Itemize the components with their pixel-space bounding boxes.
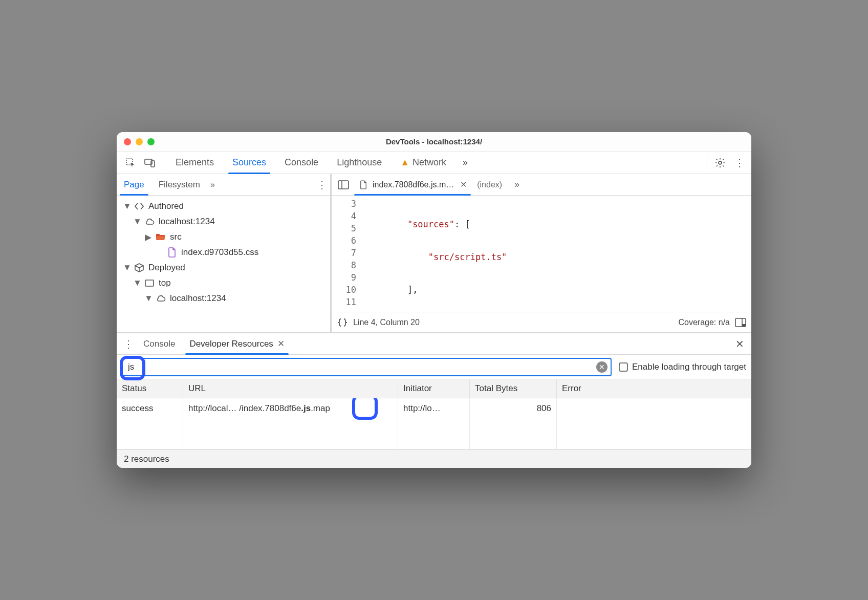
cube-icon bbox=[134, 263, 144, 273]
tree-label: localhost:1234 bbox=[159, 217, 215, 227]
editor-statusbar: Line 4, Column 20 Coverage: n/a bbox=[332, 312, 751, 332]
tab-sources[interactable]: Sources bbox=[224, 152, 274, 174]
checkbox-label: Enable loading through target bbox=[632, 362, 746, 372]
drawer-tab-console[interactable]: Console bbox=[136, 333, 182, 355]
tree-file-css[interactable]: index.d9703d55.css bbox=[119, 245, 328, 260]
tree-label: localhost:1234 bbox=[170, 293, 226, 304]
tree-label: src bbox=[170, 232, 182, 242]
navigator-tab-filesystem[interactable]: Filesystem bbox=[151, 174, 207, 196]
cell-status[interactable]: success bbox=[117, 398, 183, 449]
drawer-tabstrip: ⋮ Console Developer Resources ✕ ✕ bbox=[117, 333, 751, 355]
device-toggle-icon[interactable] bbox=[141, 154, 159, 172]
drawer-panel: ⋮ Console Developer Resources ✕ ✕ ✕ Enab… bbox=[117, 333, 751, 468]
navigator-kebab-icon[interactable]: ⋮ bbox=[317, 179, 327, 191]
drawer-tab-devres[interactable]: Developer Resources ✕ bbox=[182, 333, 291, 355]
navigator-tabs-overflow-icon[interactable]: » bbox=[207, 180, 218, 189]
tree-group-deployed[interactable]: ▼ Deployed bbox=[119, 260, 328, 275]
close-window[interactable] bbox=[124, 138, 131, 145]
minimize-window[interactable] bbox=[136, 138, 143, 145]
tree-host-authored[interactable]: ▼ localhost:1234 bbox=[119, 214, 328, 229]
filter-input[interactable] bbox=[128, 362, 593, 372]
chevron-down-icon: ▼ bbox=[123, 263, 130, 273]
tree-folder-src[interactable]: ▶ src bbox=[119, 229, 328, 245]
file-tabstrip: index.7808df6e.js.m… ✕ (index) » bbox=[332, 174, 751, 196]
sources-editor: index.7808df6e.js.m… ✕ (index) » 3 4 5 6… bbox=[332, 174, 751, 332]
drawer-tab-label: Developer Resources bbox=[189, 339, 273, 349]
filter-input-wrapper: ✕ bbox=[122, 358, 612, 376]
tree-group-authored[interactable]: ▼ Authored bbox=[119, 199, 328, 214]
col-initiator[interactable]: Initiator bbox=[398, 379, 470, 398]
coverage-status: Coverage: n/a bbox=[678, 318, 730, 327]
kebab-menu-icon[interactable]: ⋮ bbox=[731, 154, 748, 172]
titlebar: DevTools - localhost:1234/ bbox=[117, 132, 751, 152]
pretty-print-icon[interactable] bbox=[337, 318, 348, 327]
code-editor[interactable]: 3 4 5 6 7 8 9 10 11 "sources": [ "src/sc… bbox=[332, 196, 751, 312]
file-tab-index[interactable]: (index) bbox=[473, 174, 506, 196]
checkbox-icon bbox=[619, 362, 628, 372]
svg-rect-2 bbox=[151, 161, 155, 167]
cell-bytes[interactable]: 806 bbox=[470, 398, 557, 449]
top-tabs-overflow-icon[interactable]: » bbox=[457, 154, 474, 172]
file-tab-active[interactable]: index.7808df6e.js.m… ✕ bbox=[354, 174, 471, 196]
file-tabs-overflow-icon[interactable]: » bbox=[508, 176, 526, 194]
file-tree: ▼ Authored ▼ localhost:1234 ▶ bbox=[117, 196, 330, 332]
file-icon bbox=[358, 180, 368, 190]
clear-icon[interactable]: ✕ bbox=[596, 361, 607, 373]
resources-grid: Status URL Initiator Total Bytes Error s… bbox=[117, 379, 751, 449]
drawer-close-icon[interactable]: ✕ bbox=[732, 336, 747, 352]
traffic-lights bbox=[124, 138, 155, 145]
tree-frame-top[interactable]: ▼ top bbox=[119, 275, 328, 291]
tab-lighthouse[interactable]: Lighthouse bbox=[329, 152, 390, 174]
tab-network[interactable]: ▲ Network bbox=[392, 152, 454, 174]
col-bytes[interactable]: Total Bytes bbox=[470, 379, 557, 398]
tree-label: Authored bbox=[148, 201, 184, 211]
navigator-tab-page[interactable]: Page bbox=[117, 174, 151, 196]
navigator-tabs: Page Filesystem » ⋮ bbox=[117, 174, 330, 196]
warning-icon: ▲ bbox=[400, 157, 409, 168]
chevron-down-icon: ▼ bbox=[133, 278, 140, 288]
tree-label: top bbox=[159, 278, 171, 288]
line-gutter: 3 4 5 6 7 8 9 10 11 bbox=[332, 196, 361, 312]
cell-initiator[interactable]: http://lo… bbox=[398, 398, 470, 449]
highlight-annotation bbox=[352, 398, 378, 420]
chevron-down-icon: ▼ bbox=[133, 217, 140, 227]
settings-icon[interactable] bbox=[711, 154, 729, 172]
svg-point-3 bbox=[719, 161, 722, 164]
close-icon[interactable]: ✕ bbox=[460, 180, 467, 189]
cell-url[interactable]: http://local… /index.7808df6e.js.map bbox=[183, 398, 398, 449]
chevron-right-icon: ▶ bbox=[144, 232, 151, 243]
toggle-sidebar-icon[interactable] bbox=[335, 176, 352, 194]
svg-rect-9 bbox=[742, 324, 746, 327]
col-url[interactable]: URL bbox=[183, 379, 398, 398]
tab-console[interactable]: Console bbox=[276, 152, 327, 174]
file-tab-label: (index) bbox=[477, 180, 502, 189]
enable-loading-checkbox[interactable]: Enable loading through target bbox=[619, 362, 746, 372]
devtools-window: DevTools - localhost:1234/ Elements Sour… bbox=[117, 132, 751, 468]
svg-rect-4 bbox=[145, 280, 154, 286]
tree-host-deployed[interactable]: ▼ localhost:1234 bbox=[119, 291, 328, 306]
svg-rect-5 bbox=[338, 181, 349, 189]
sources-main: Page Filesystem » ⋮ ▼ Authored ▼ bbox=[117, 174, 751, 333]
cursor-position: Line 4, Column 20 bbox=[353, 318, 420, 327]
drawer-kebab-icon[interactable]: ⋮ bbox=[121, 336, 136, 352]
file-icon bbox=[167, 247, 177, 258]
inspect-icon[interactable] bbox=[122, 154, 139, 172]
window-title: DevTools - localhost:1234/ bbox=[117, 137, 751, 146]
code-body[interactable]: "sources": [ "src/script.ts" ], "sources… bbox=[361, 196, 751, 312]
top-tabstrip: Elements Sources Console Lighthouse ▲ Ne… bbox=[117, 152, 751, 174]
resources-footer: 2 resources bbox=[117, 449, 751, 468]
cell-error[interactable] bbox=[557, 398, 751, 449]
cloud-icon bbox=[156, 293, 166, 304]
file-tab-label: index.7808df6e.js.m… bbox=[373, 180, 454, 189]
tab-network-label: Network bbox=[413, 157, 446, 168]
frame-icon bbox=[144, 278, 155, 288]
tree-label: Deployed bbox=[148, 263, 185, 273]
col-error[interactable]: Error bbox=[557, 379, 751, 398]
tree-label: index.d9703d55.css bbox=[181, 247, 258, 258]
cloud-icon bbox=[144, 217, 155, 227]
tab-elements[interactable]: Elements bbox=[167, 152, 222, 174]
sidebar-right-icon[interactable] bbox=[735, 318, 746, 327]
maximize-window[interactable] bbox=[147, 138, 155, 145]
close-icon[interactable]: ✕ bbox=[277, 338, 285, 349]
col-status[interactable]: Status bbox=[117, 379, 183, 398]
